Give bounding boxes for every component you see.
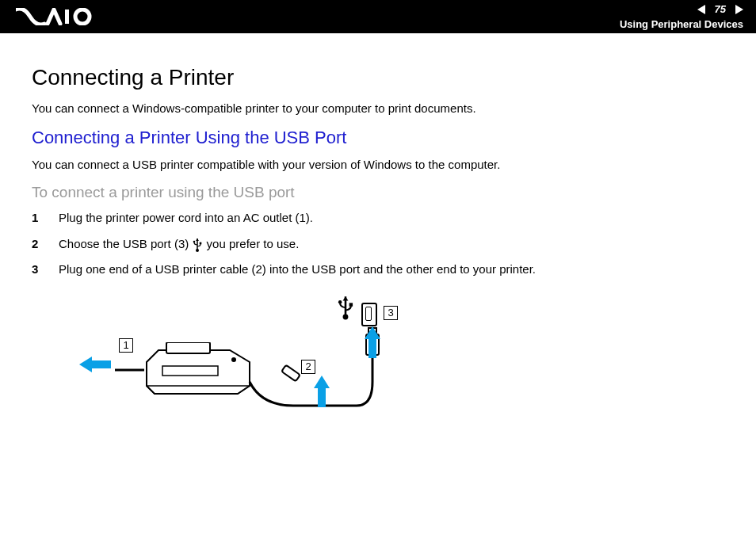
procedure-heading: To connect a printer using the USB port [32,184,724,201]
callout-2: 2 [301,360,315,374]
step-3: Plug one end of a USB printer cable (2) … [32,261,724,279]
page-content: Connecting a Printer You can connect a W… [0,33,756,453]
page-title: Connecting a Printer [32,65,724,90]
prev-page-arrow-icon[interactable] [697,5,705,14]
step-2-text-a: Choose the USB port (3) [59,237,192,250]
svg-rect-0 [65,10,69,24]
sub-intro-text: You can connect a USB printer compatible… [32,156,724,173]
svg-point-1 [75,10,90,24]
header-right: 75 Using Peripheral Devices [620,3,743,30]
sub-heading: Connecting a Printer Using the USB Port [32,128,724,148]
svg-rect-4 [200,242,202,244]
header-bar: 75 Using Peripheral Devices [0,0,756,33]
svg-point-3 [193,240,196,242]
svg-point-12 [338,299,342,303]
usb-trident-icon [336,295,355,320]
vaio-logo-svg [16,8,94,25]
callout-3: 3 [384,306,398,320]
step-1: Plug the printer power cord into an AC o… [32,209,724,227]
usb-icon [192,238,203,252]
step-2: Choose the USB port (3) you prefer to us… [32,235,724,254]
svg-rect-13 [349,303,353,306]
arrow-cable-icon [314,376,330,388]
steps-list: Plug the printer power cord into an AC o… [32,209,724,279]
page-number: 75 [712,3,729,15]
section-label: Using Peripheral Devices [620,18,743,30]
intro-text: You can connect a Windows-compatible pri… [32,100,724,116]
arrow-port-icon [365,326,380,339]
next-page-arrow-icon[interactable] [735,5,743,14]
connection-diagram: 1 2 [79,295,412,453]
svg-rect-8 [281,364,300,381]
usb-port-illustration [361,303,377,326]
svg-point-11 [343,314,349,319]
vaio-logo [16,0,94,33]
svg-point-2 [196,249,199,252]
step-2-text-b: you prefer to use. [207,237,300,250]
